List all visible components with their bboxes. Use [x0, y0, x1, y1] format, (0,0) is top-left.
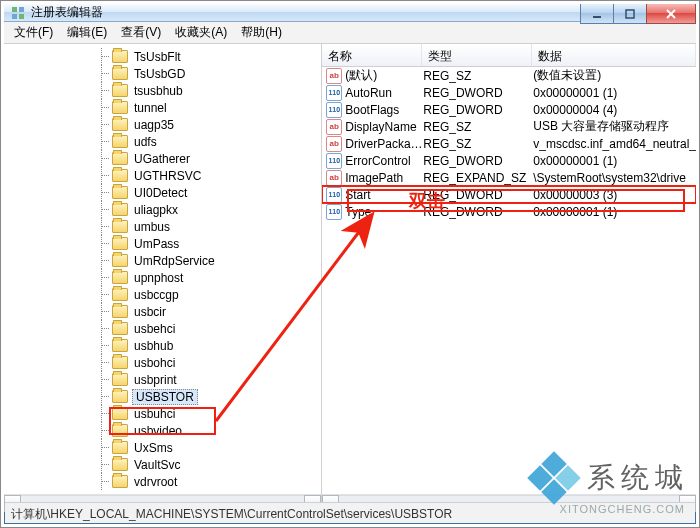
tree-label: usbhub: [132, 338, 177, 353]
cell-data: (数值未设置): [533, 67, 696, 84]
dword-value-icon: [326, 85, 342, 101]
folder-icon: [112, 441, 128, 454]
svg-rect-2: [12, 14, 17, 19]
tree-item[interactable]: usbuhci: [4, 405, 321, 422]
string-value-icon: [326, 68, 342, 84]
column-header-data[interactable]: 数据: [532, 44, 696, 66]
tree-label: usbvideo: [132, 423, 186, 438]
tree-item[interactable]: usbehci: [4, 320, 321, 337]
svg-rect-3: [19, 14, 24, 19]
cell-data: USB 大容量存储驱动程序: [533, 118, 696, 135]
tree-item[interactable]: TsUsbFlt: [4, 48, 321, 65]
list-row[interactable]: AutoRunREG_DWORD0x00000001 (1): [322, 84, 696, 101]
folder-icon: [112, 237, 128, 250]
menu-item[interactable]: 文件(F): [8, 22, 59, 43]
folder-icon: [112, 118, 128, 131]
tree-item[interactable]: uliagpkx: [4, 201, 321, 218]
dword-value-icon: [326, 204, 342, 220]
tree-label: tunnel: [132, 100, 171, 115]
list-row[interactable]: ErrorControlREG_DWORD0x00000001 (1): [322, 152, 696, 169]
svg-rect-0: [12, 7, 17, 12]
tree-item[interactable]: tunnel: [4, 99, 321, 116]
tree-label: TsUsbGD: [132, 66, 189, 81]
list-row[interactable]: BootFlagsREG_DWORD0x00000004 (4): [322, 101, 696, 118]
column-header-type[interactable]: 类型: [422, 44, 532, 66]
folder-icon: [112, 288, 128, 301]
maximize-button[interactable]: [613, 4, 647, 24]
tree-label: VaultSvc: [132, 457, 184, 472]
tree-item[interactable]: usbvideo: [4, 422, 321, 439]
tree-item[interactable]: usbcir: [4, 303, 321, 320]
tree-item[interactable]: usbprint: [4, 371, 321, 388]
close-button[interactable]: [646, 4, 696, 24]
tree-item[interactable]: UmRdpService: [4, 252, 321, 269]
cell-type: REG_DWORD: [423, 188, 533, 202]
list-view[interactable]: (默认)REG_SZ(数值未设置)AutoRunREG_DWORD0x00000…: [322, 67, 696, 494]
menu-item[interactable]: 编辑(E): [61, 22, 113, 43]
tree-item[interactable]: TsUsbGD: [4, 65, 321, 82]
cell-data: v_mscdsc.inf_amd64_neutral_: [533, 137, 696, 151]
folder-icon: [112, 339, 128, 352]
string-value-icon: [326, 170, 342, 186]
list-row[interactable]: DisplayNameREG_SZUSB 大容量存储驱动程序: [322, 118, 696, 135]
tree-item[interactable]: UGTHRSVC: [4, 167, 321, 184]
cell-data: 0x00000001 (1): [533, 86, 696, 100]
cell-data: 0x00000004 (4): [533, 103, 696, 117]
tree-item[interactable]: tsusbhub: [4, 82, 321, 99]
cell-data: 0x00000001 (1): [533, 205, 696, 219]
statusbar-path: 计算机\HKEY_LOCAL_MACHINE\SYSTEM\CurrentCon…: [11, 507, 452, 521]
menu-item[interactable]: 收藏夹(A): [169, 22, 233, 43]
tree-item[interactable]: umbus: [4, 218, 321, 235]
dword-value-icon: [326, 153, 342, 169]
tree-item[interactable]: usbccgp: [4, 286, 321, 303]
tree-label: usbccgp: [132, 287, 183, 302]
window-title: 注册表编辑器: [31, 4, 103, 21]
cell-type: REG_SZ: [423, 120, 533, 134]
list-row[interactable]: DriverPackageIdREG_SZv_mscdsc.inf_amd64_…: [322, 135, 696, 152]
tree-pane: TsUsbFltTsUsbGDtsusbhubtunneluagp35udfsU…: [4, 44, 322, 511]
cell-type: REG_DWORD: [423, 86, 533, 100]
tree-item[interactable]: uagp35: [4, 116, 321, 133]
list-row[interactable]: (默认)REG_SZ(数值未设置): [322, 67, 696, 84]
tree-label: TsUsbFlt: [132, 49, 185, 64]
tree-view[interactable]: TsUsbFltTsUsbGDtsusbhubtunneluagp35udfsU…: [4, 44, 321, 494]
tree-item[interactable]: usbohci: [4, 354, 321, 371]
list-row[interactable]: StartREG_DWORD0x00000003 (3): [322, 186, 696, 203]
folder-icon: [112, 322, 128, 335]
titlebar[interactable]: 注册表编辑器: [4, 4, 696, 22]
cell-type: REG_DWORD: [423, 103, 533, 117]
tree-item[interactable]: vdrvroot: [4, 473, 321, 490]
client-area: TsUsbFltTsUsbGDtsusbhubtunneluagp35udfsU…: [4, 44, 696, 511]
menu-item[interactable]: 查看(V): [115, 22, 167, 43]
folder-icon: [112, 424, 128, 437]
tree-item[interactable]: UGatherer: [4, 150, 321, 167]
tree-item[interactable]: UmPass: [4, 235, 321, 252]
cell-type: REG_SZ: [423, 137, 533, 151]
tree-label: usbcir: [132, 304, 170, 319]
cell-name: DisplayName: [345, 120, 423, 134]
folder-icon: [112, 407, 128, 420]
tree-label: UmPass: [132, 236, 183, 251]
tree-label: upnphost: [132, 270, 187, 285]
tree-item[interactable]: UxSms: [4, 439, 321, 456]
app-icon: [10, 5, 26, 21]
app-window: 注册表编辑器 文件(F)编辑(E)查看(V)收藏夹(A)帮助(H) TsUsbF…: [0, 0, 700, 528]
minimize-button[interactable]: [580, 4, 614, 24]
tree-item[interactable]: VaultSvc: [4, 456, 321, 473]
cell-data: 0x00000003 (3): [533, 188, 696, 202]
tree-item[interactable]: usbhub: [4, 337, 321, 354]
folder-icon: [112, 254, 128, 267]
menu-item[interactable]: 帮助(H): [235, 22, 288, 43]
tree-item[interactable]: udfs: [4, 133, 321, 150]
column-header-name[interactable]: 名称: [322, 44, 422, 66]
tree-item[interactable]: USBSTOR: [4, 388, 321, 405]
folder-icon: [112, 458, 128, 471]
cell-name: AutoRun: [345, 86, 423, 100]
tree-item[interactable]: upnphost: [4, 269, 321, 286]
tree-label: umbus: [132, 219, 174, 234]
list-row[interactable]: ImagePathREG_EXPAND_SZ\SystemRoot\system…: [322, 169, 696, 186]
folder-icon: [112, 169, 128, 182]
window-inner: 注册表编辑器 文件(F)编辑(E)查看(V)收藏夹(A)帮助(H) TsUsbF…: [4, 4, 696, 502]
tree-item[interactable]: UI0Detect: [4, 184, 321, 201]
list-row[interactable]: TypeREG_DWORD0x00000001 (1): [322, 203, 696, 220]
